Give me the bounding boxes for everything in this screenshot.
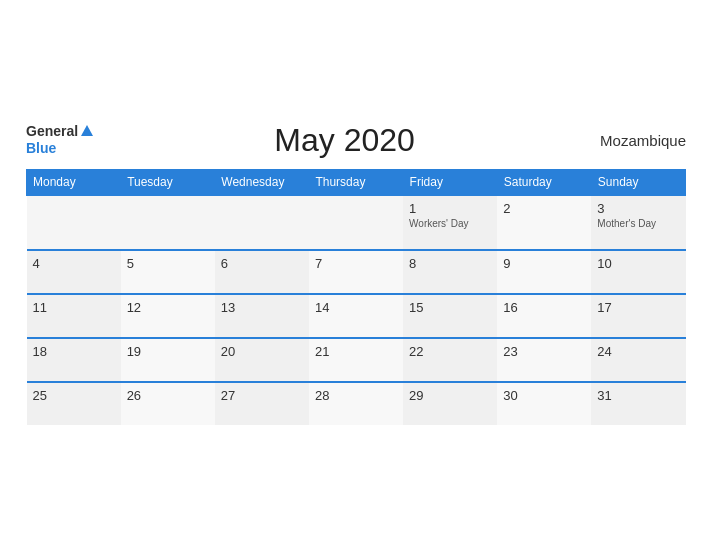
calendar-cell: 27 [215, 382, 309, 425]
col-saturday: Saturday [497, 169, 591, 195]
calendar-cell: 11 [27, 294, 121, 338]
calendar-cell: 25 [27, 382, 121, 425]
col-thursday: Thursday [309, 169, 403, 195]
day-number: 20 [221, 344, 303, 359]
day-number: 26 [127, 388, 209, 403]
logo-triangle-icon [81, 125, 93, 136]
header: General Blue May 2020 Mozambique [26, 122, 686, 159]
calendar-cell: 14 [309, 294, 403, 338]
calendar-cell: 16 [497, 294, 591, 338]
calendar-cell: 30 [497, 382, 591, 425]
country-label: Mozambique [596, 132, 686, 149]
calendar-cell [27, 195, 121, 250]
day-number: 4 [33, 256, 115, 271]
col-sunday: Sunday [591, 169, 685, 195]
day-number: 25 [33, 388, 115, 403]
day-number: 6 [221, 256, 303, 271]
day-number: 18 [33, 344, 115, 359]
day-number: 5 [127, 256, 209, 271]
calendar-cell: 8 [403, 250, 497, 294]
calendar-cell: 7 [309, 250, 403, 294]
day-number: 2 [503, 201, 585, 216]
day-number: 8 [409, 256, 491, 271]
calendar-cell [121, 195, 215, 250]
day-number: 12 [127, 300, 209, 315]
day-number: 22 [409, 344, 491, 359]
day-number: 23 [503, 344, 585, 359]
col-wednesday: Wednesday [215, 169, 309, 195]
day-number: 9 [503, 256, 585, 271]
calendar-cell: 17 [591, 294, 685, 338]
day-number: 28 [315, 388, 397, 403]
calendar-cell: 6 [215, 250, 309, 294]
day-number: 1 [409, 201, 491, 216]
day-number: 19 [127, 344, 209, 359]
calendar-title: May 2020 [93, 122, 596, 159]
calendar-cell: 28 [309, 382, 403, 425]
calendar-cell [215, 195, 309, 250]
calendar-cell: 31 [591, 382, 685, 425]
calendar-cell: 12 [121, 294, 215, 338]
day-number: 29 [409, 388, 491, 403]
day-number: 15 [409, 300, 491, 315]
calendar-week-row: 1Workers' Day23Mother's Day [27, 195, 686, 250]
calendar-week-row: 45678910 [27, 250, 686, 294]
days-header-row: Monday Tuesday Wednesday Thursday Friday… [27, 169, 686, 195]
day-number: 7 [315, 256, 397, 271]
calendar-cell: 3Mother's Day [591, 195, 685, 250]
calendar-cell: 13 [215, 294, 309, 338]
day-number: 31 [597, 388, 679, 403]
logo: General Blue [26, 123, 93, 157]
calendar-cell: 10 [591, 250, 685, 294]
calendar-page: General Blue May 2020 Mozambique Monday … [6, 106, 706, 445]
calendar-cell: 1Workers' Day [403, 195, 497, 250]
logo-blue: Blue [26, 140, 93, 157]
logo-general: General [26, 123, 78, 140]
holiday-label: Workers' Day [409, 218, 491, 229]
calendar-cell: 2 [497, 195, 591, 250]
day-number: 30 [503, 388, 585, 403]
calendar-week-row: 25262728293031 [27, 382, 686, 425]
calendar-cell: 26 [121, 382, 215, 425]
calendar-cell: 22 [403, 338, 497, 382]
day-number: 10 [597, 256, 679, 271]
calendar-cell: 20 [215, 338, 309, 382]
day-number: 14 [315, 300, 397, 315]
calendar-week-row: 11121314151617 [27, 294, 686, 338]
calendar-cell: 19 [121, 338, 215, 382]
day-number: 16 [503, 300, 585, 315]
col-monday: Monday [27, 169, 121, 195]
calendar-cell [309, 195, 403, 250]
day-number: 17 [597, 300, 679, 315]
day-number: 3 [597, 201, 679, 216]
col-friday: Friday [403, 169, 497, 195]
calendar-cell: 4 [27, 250, 121, 294]
holiday-label: Mother's Day [597, 218, 679, 229]
calendar-cell: 24 [591, 338, 685, 382]
calendar-cell: 21 [309, 338, 403, 382]
calendar-cell: 18 [27, 338, 121, 382]
day-number: 11 [33, 300, 115, 315]
calendar-header: Monday Tuesday Wednesday Thursday Friday… [27, 169, 686, 195]
calendar-week-row: 18192021222324 [27, 338, 686, 382]
calendar-cell: 5 [121, 250, 215, 294]
day-number: 24 [597, 344, 679, 359]
day-number: 21 [315, 344, 397, 359]
day-number: 13 [221, 300, 303, 315]
calendar-cell: 29 [403, 382, 497, 425]
calendar-cell: 23 [497, 338, 591, 382]
calendar-table: Monday Tuesday Wednesday Thursday Friday… [26, 169, 686, 425]
col-tuesday: Tuesday [121, 169, 215, 195]
calendar-cell: 9 [497, 250, 591, 294]
calendar-cell: 15 [403, 294, 497, 338]
day-number: 27 [221, 388, 303, 403]
calendar-body: 1Workers' Day23Mother's Day4567891011121… [27, 195, 686, 425]
